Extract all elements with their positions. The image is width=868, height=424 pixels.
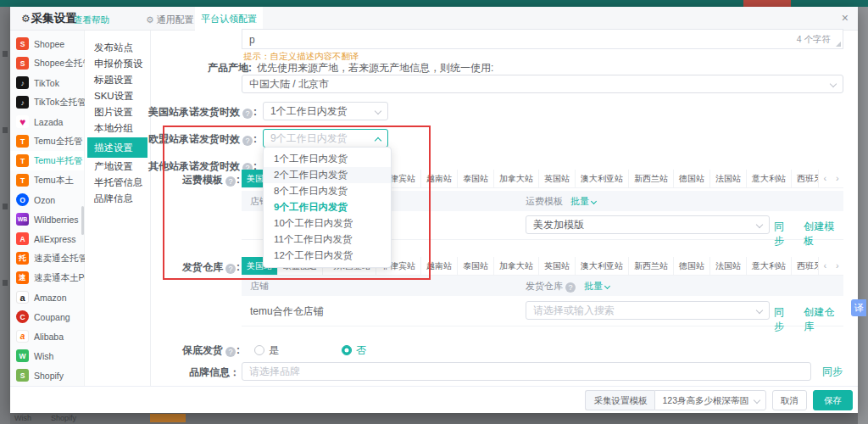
sidebar-item-ozon[interactable]: OOzon	[10, 190, 84, 209]
help-link[interactable]: 查看帮助	[74, 14, 109, 26]
batch-link[interactable]: 批量	[570, 196, 589, 206]
tab-general-config[interactable]: ⚙通用配置	[146, 14, 193, 26]
sync-brand-link[interactable]: 同步	[822, 365, 843, 379]
brand-input[interactable]: 请选择品牌	[242, 362, 811, 381]
sidebar-item-amazon[interactable]: aAmazon	[10, 287, 84, 307]
sidebar-item-temu-local[interactable]: TTemu本土	[10, 170, 84, 190]
sidebar-item-aliexpress[interactable]: AAliExpress	[10, 229, 84, 248]
tab-site[interactable]: 泰国站	[458, 257, 494, 275]
tabs-next-icon[interactable]: ›	[832, 257, 844, 276]
smt-icon: 托	[16, 252, 29, 265]
tab-site[interactable]: 德国站	[674, 257, 710, 275]
tab-site[interactable]: 越南站	[421, 257, 458, 275]
eu-delivery-select[interactable]: 9个工作日内发货	[263, 129, 388, 148]
background-text: Wish	[14, 414, 31, 422]
tab-site[interactable]: 澳大利亚站	[576, 257, 629, 275]
chevron-down-icon	[604, 283, 610, 289]
dropdown-option[interactable]: 10个工作日内发货	[264, 215, 391, 232]
tab-site[interactable]: 法国站	[710, 170, 747, 187]
guarantee-radio-yes[interactable]: 是	[254, 343, 279, 358]
sidebar-item-shopify[interactable]: SShopify	[10, 365, 84, 385]
origin-help: 优先使用来源产地，若来源无产地信息，则统一使用:	[257, 62, 493, 74]
sidebar-item-tiktok-full[interactable]: ♪TikTok全托管	[10, 92, 84, 112]
us-delivery-select[interactable]: 1个工作日内发货	[263, 102, 388, 120]
tab-site[interactable]: 意大利站	[747, 170, 792, 187]
origin-select[interactable]: 中国大陆 / 北京市	[242, 75, 843, 93]
collection-template-select[interactable]: 123身高多少根深蒂固	[654, 390, 766, 410]
tab-site[interactable]: 新西兰站	[629, 257, 674, 275]
sidebar-item-smt-full[interactable]: 托速卖通全托管	[10, 248, 84, 268]
temu-icon: T	[16, 174, 29, 187]
sidebar-item-alibaba[interactable]: aAlibaba	[10, 326, 84, 346]
tab-site[interactable]: 意大利站	[747, 257, 792, 275]
create-template-link[interactable]: 创建模板	[804, 220, 843, 248]
sidebar-scrollbar[interactable]	[81, 206, 84, 235]
batch-link[interactable]: 批量	[584, 281, 603, 291]
modal-footer: 采集设置模板 123身高多少根深蒂固 取消 保存	[10, 386, 858, 413]
tab-site[interactable]: 德国站	[674, 170, 710, 187]
tab-site[interactable]: 法国站	[710, 257, 747, 275]
sidebar-item-wish[interactable]: WWish	[10, 346, 84, 365]
ozon-icon: O	[16, 193, 29, 206]
tab-site[interactable]: 澳大利亚站	[576, 170, 629, 187]
warehouse-select[interactable]: 请选择或输入搜索	[526, 301, 770, 320]
tab-site[interactable]: 英国站	[539, 170, 576, 187]
sidebar-item-coupang[interactable]: CCoupang	[10, 307, 84, 326]
dropdown-option[interactable]: 2个工作日内发货	[264, 167, 391, 183]
store-column-header: 店铺	[250, 276, 269, 296]
sync-warehouse-link[interactable]: 同步	[774, 305, 793, 334]
radio-on-icon[interactable]	[342, 345, 352, 355]
description-textarea[interactable]: p 4 个字符	[242, 29, 843, 49]
sidebar-item-wildberries[interactable]: WBWildberries	[10, 209, 84, 229]
dropdown-option[interactable]: 11个工作日内发货	[264, 232, 391, 248]
settings-submenu: 发布站点 申报价预设 标题设置 SKU设置 图片设置 本地分组 描述设置 产地设…	[85, 31, 151, 386]
sidebar-item-temu-semi[interactable]: TTemu半托管	[10, 151, 84, 170]
sidebar-item-temu-full[interactable]: TTemu全托管	[10, 131, 84, 151]
alibaba-icon: a	[16, 330, 29, 343]
tabs-prev-icon[interactable]: ‹	[819, 257, 832, 276]
collection-template-button[interactable]: 采集设置模板	[585, 390, 654, 410]
submenu-brand-info[interactable]: 品牌信息	[85, 191, 150, 207]
submenu-title-settings[interactable]: 标题设置	[85, 72, 150, 88]
sidebar-item-shopee-full[interactable]: SShopee全托管	[10, 53, 84, 73]
tab-platform-claim-config[interactable]: 平台认领配置	[195, 7, 263, 31]
tab-site[interactable]: 泰国站	[458, 170, 494, 187]
warehouse-store-name: temu合作仓店铺	[250, 304, 324, 319]
chevron-down-icon	[754, 397, 760, 404]
sidebar-item-shopee[interactable]: SShopee	[10, 34, 84, 53]
tab-site[interactable]: 英国站	[539, 257, 576, 275]
close-icon[interactable]: ×	[842, 11, 849, 25]
chevron-down-icon	[756, 221, 763, 228]
sidebar-item-lazada[interactable]: ♥Lazada	[10, 112, 84, 131]
create-warehouse-link[interactable]: 创建仓库	[804, 305, 843, 334]
save-button[interactable]: 保存	[813, 390, 853, 410]
origin-label: 产品产地:	[208, 62, 252, 74]
translate-float-button[interactable]: 译	[851, 299, 866, 316]
modal-header: ⚙采集设置 查看帮助 ⚙通用配置 平台认领配置 ×	[10, 7, 858, 31]
dropdown-option[interactable]: 12个工作日内发货	[264, 248, 391, 264]
page-overlay-left	[0, 7, 10, 424]
guarantee-radio-no[interactable]: 否	[342, 343, 366, 358]
submenu-declare-price[interactable]: 申报价预设	[85, 56, 150, 72]
submenu-sku-settings[interactable]: SKU设置	[85, 88, 150, 104]
resize-handle-icon[interactable]	[836, 42, 841, 47]
delivery-dropdown-menu: 1个工作日内发货 2个工作日内发货 8个工作日内发货 9个工作日内发货 10个工…	[263, 147, 392, 268]
tab-site[interactable]: 越南站	[421, 170, 458, 187]
tiktok-icon: ♪	[16, 96, 29, 109]
page-overlay-bottom: Wish Shopify	[10, 413, 858, 424]
tab-site[interactable]: 加拿大站	[494, 257, 539, 275]
tab-site[interactable]: 新西兰站	[629, 170, 674, 187]
submenu-publish-site[interactable]: 发布站点	[85, 40, 150, 56]
tabs-next-icon[interactable]: ›	[832, 170, 844, 188]
cancel-button[interactable]: 取消	[772, 390, 807, 410]
dropdown-option[interactable]: 8个工作日内发货	[264, 183, 391, 199]
sync-freight-link[interactable]: 同步	[774, 220, 793, 248]
radio-off-icon[interactable]	[254, 345, 264, 355]
sidebar-item-smt-local-pop[interactable]: 速速卖通本土POP	[10, 268, 84, 287]
tabs-prev-icon[interactable]: ‹	[819, 170, 832, 188]
dropdown-option-selected[interactable]: 9个工作日内发货	[264, 199, 391, 215]
sidebar-item-tiktok[interactable]: ♪TikTok	[10, 73, 84, 92]
tab-site[interactable]: 加拿大站	[494, 170, 539, 187]
dropdown-option[interactable]: 1个工作日内发货	[264, 151, 391, 167]
freight-template-select[interactable]: 美发加模版	[526, 215, 770, 234]
